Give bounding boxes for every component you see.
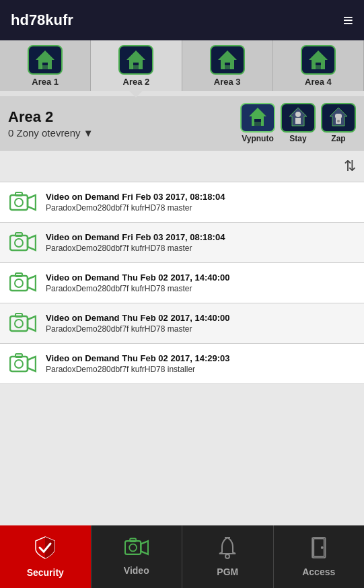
event-subtitle: ParadoxDemo280dbf7f kufrHD78 master: [46, 203, 225, 213]
nav-pgm[interactable]: PGM: [182, 525, 274, 588]
app-title: hd78kufr: [11, 11, 73, 29]
svg-point-35: [15, 320, 23, 328]
event-item[interactable]: Video on Demand Fri Feb 03 2017, 08:18:0…: [0, 182, 364, 223]
video-icon: [124, 538, 149, 562]
svg-rect-5: [132, 65, 140, 69]
svg-rect-34: [10, 316, 28, 331]
vypnuto-label: Vypnuto: [242, 134, 274, 143]
stay-button[interactable]: Stay: [281, 103, 316, 143]
nav-security-label: Security: [27, 567, 64, 578]
area-name: Area 2: [8, 108, 94, 126]
event-title: Video on Demand Thu Feb 02 2017, 14:29:0…: [46, 353, 230, 363]
vypnuto-button[interactable]: Vypnuto: [240, 103, 275, 143]
event-subtitle: ParadoxDemo280dbf7f kufrHD78 master: [46, 284, 230, 293]
camera-icon: [8, 231, 38, 255]
svg-rect-26: [10, 235, 28, 250]
tab-area2[interactable]: Area 2: [91, 40, 182, 91]
main-content: Area 1 Area 2 Area 3: [0, 40, 364, 525]
camera-icon: [8, 311, 38, 336]
nav-video[interactable]: Video: [92, 525, 183, 588]
nav-access[interactable]: Access: [274, 525, 365, 588]
stay-icon: [281, 103, 316, 133]
area-info: Area 2 0 Zony otevreny ▼: [8, 108, 94, 139]
event-text: Video on Demand Thu Feb 02 2017, 14:29:0…: [46, 353, 230, 374]
svg-marker-41: [28, 357, 36, 371]
zap-icon: [321, 103, 356, 133]
area2-icon: [118, 45, 153, 75]
area4-icon: [301, 45, 336, 75]
svg-rect-30: [10, 276, 28, 291]
svg-point-21: [337, 120, 340, 122]
svg-marker-33: [28, 276, 36, 291]
svg-rect-42: [125, 541, 141, 554]
vypnuto-icon: [240, 103, 275, 133]
nav-access-label: Access: [302, 566, 335, 577]
svg-rect-22: [10, 195, 28, 210]
event-subtitle: ParadoxDemo280dbf7f kufrHD78 master: [46, 244, 225, 253]
event-subtitle: ParadoxDemo280dbf7f kufrHD78 master: [46, 324, 230, 334]
tab-area1[interactable]: Area 1: [0, 40, 91, 91]
event-item[interactable]: Video on Demand Thu Feb 02 2017, 14:40:0…: [0, 263, 364, 303]
camera-icon: [8, 271, 38, 295]
svg-rect-14: [253, 122, 262, 126]
event-title: Video on Demand Fri Feb 03 2017, 08:18:0…: [46, 192, 225, 202]
event-subtitle: ParadoxDemo280dbf7f kufrHD78 installer: [46, 365, 230, 374]
bottom-nav: Security Video PGM: [0, 525, 364, 588]
camera-icon: [8, 352, 38, 376]
area2-label: Area 2: [123, 77, 150, 87]
area-zones[interactable]: 0 Zony otevreny ▼: [8, 127, 94, 139]
svg-rect-8: [223, 65, 231, 69]
menu-icon[interactable]: ≡: [343, 10, 353, 31]
area1-icon: [28, 45, 63, 75]
zap-button[interactable]: Zap: [321, 103, 356, 143]
nav-video-label: Video: [124, 565, 149, 576]
event-text: Video on Demand Fri Feb 03 2017, 08:18:0…: [46, 232, 225, 253]
svg-rect-2: [41, 65, 49, 69]
svg-rect-38: [10, 357, 28, 371]
svg-point-23: [15, 198, 23, 207]
tab-area3[interactable]: Area 3: [182, 40, 273, 91]
svg-rect-40: [15, 354, 22, 357]
svg-point-31: [15, 279, 23, 287]
area4-label: Area 4: [305, 77, 332, 87]
nav-pgm-label: PGM: [217, 566, 238, 577]
svg-marker-25: [28, 195, 36, 210]
svg-rect-44: [130, 539, 136, 542]
svg-rect-11: [314, 65, 322, 69]
nav-security[interactable]: Security: [0, 525, 92, 588]
header: hd78kufr ≡: [0, 0, 364, 40]
area1-label: Area 1: [32, 77, 59, 87]
event-item[interactable]: Video on Demand Fri Feb 03 2017, 08:18:0…: [0, 223, 364, 263]
door-icon: [310, 536, 328, 564]
svg-point-27: [15, 239, 23, 247]
svg-rect-36: [15, 314, 22, 317]
area3-icon: [210, 45, 245, 75]
shield-icon: [34, 536, 56, 564]
svg-marker-37: [28, 316, 36, 331]
area-tabs: Area 1 Area 2 Area 3: [0, 40, 364, 91]
svg-point-46: [225, 554, 229, 558]
zap-label: Zap: [331, 134, 345, 143]
sort-icon[interactable]: ⇅: [344, 157, 356, 175]
bell-icon: [218, 536, 237, 564]
area-buttons: Vypnuto Stay: [240, 103, 356, 143]
event-title: Video on Demand Fri Feb 03 2017, 08:18:0…: [46, 232, 225, 242]
event-item[interactable]: Video on Demand Thu Feb 02 2017, 14:29:0…: [0, 344, 364, 384]
svg-rect-28: [15, 233, 22, 236]
area3-label: Area 3: [214, 77, 241, 87]
svg-rect-48: [312, 538, 325, 558]
event-text: Video on Demand Fri Feb 03 2017, 08:18:0…: [46, 192, 225, 213]
svg-point-16: [295, 112, 301, 117]
event-title: Video on Demand Thu Feb 02 2017, 14:40:0…: [46, 272, 230, 283]
camera-icon: [8, 190, 38, 215]
event-list: Video on Demand Fri Feb 03 2017, 08:18:0…: [0, 182, 364, 525]
tab-area4[interactable]: Area 4: [273, 40, 364, 91]
event-item[interactable]: Video on Demand Thu Feb 02 2017, 14:40:0…: [0, 303, 364, 344]
area-control: Area 2 0 Zony otevreny ▼ Vypnuto: [0, 96, 364, 150]
svg-point-43: [129, 544, 137, 552]
svg-point-39: [15, 360, 23, 368]
svg-point-50: [321, 546, 324, 549]
event-title: Video on Demand Thu Feb 02 2017, 14:40:0…: [46, 313, 230, 323]
stay-label: Stay: [289, 134, 306, 143]
sort-bar: ⇅: [0, 150, 364, 182]
